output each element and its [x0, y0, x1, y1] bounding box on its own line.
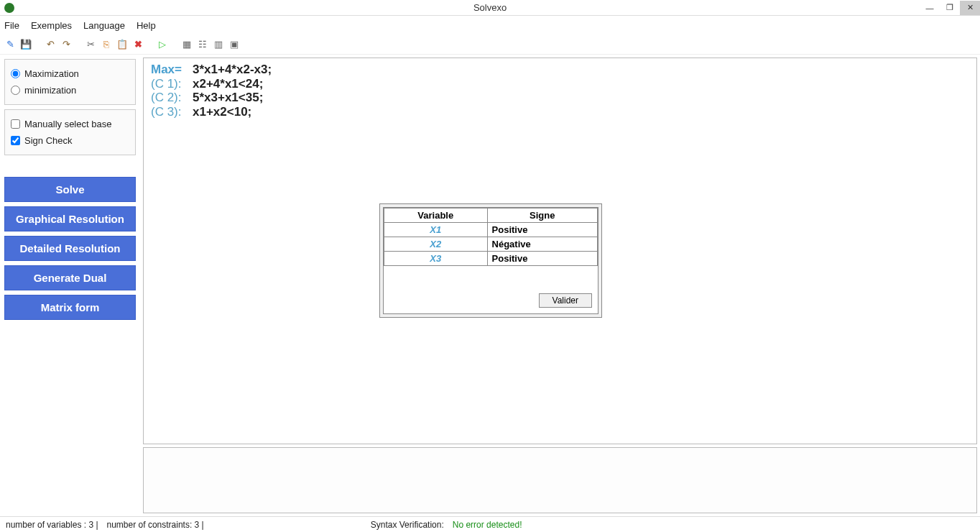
actions-panel: Solve Graphical Resolution Detailed Reso…	[4, 177, 136, 320]
tool4-icon[interactable]: ▣	[228, 39, 240, 50]
solve-button[interactable]: Solve	[4, 177, 136, 202]
table-row: X3 Positive	[384, 252, 598, 266]
status-cons: number of constraints: 3 |	[107, 520, 204, 530]
editor-line: (C 1): x2+4*x1<24;	[151, 77, 969, 91]
tool3-icon[interactable]: ▥	[213, 39, 224, 50]
sign-dialog-inner: Variable Signe X1 Positive X2 Négative X…	[383, 207, 598, 314]
radio-maximization[interactable]: Maximization	[9, 65, 131, 82]
graphical-resolution-button[interactable]: Graphical Resolution	[4, 206, 136, 231]
menu-exemples[interactable]: Exemples	[31, 20, 72, 31]
undo-icon[interactable]: ↶	[45, 39, 56, 50]
matrix-form-button[interactable]: Matrix form	[4, 295, 136, 320]
var-cell: X2	[384, 237, 488, 252]
status-vars: number of variables : 3 |	[6, 520, 98, 530]
detailed-resolution-button[interactable]: Detailed Resolution	[4, 236, 136, 261]
sign-cell[interactable]: Positive	[487, 252, 597, 266]
editor-label: Max=	[151, 63, 187, 77]
check-sign[interactable]: Sign Check	[9, 132, 131, 149]
radio-minimization[interactable]: minimization	[9, 82, 131, 98]
redo-icon[interactable]: ↷	[60, 39, 72, 50]
valider-button[interactable]: Valider	[539, 293, 592, 308]
run-icon[interactable]: ▷	[157, 39, 168, 50]
status-syntax-ok: No error detected!	[453, 520, 522, 530]
radio-maximization-label: Maximization	[24, 68, 79, 79]
menu-file[interactable]: File	[4, 20, 19, 31]
check-manual-base[interactable]: Manually select base	[9, 116, 131, 132]
optimization-panel: Maximization minimization	[4, 59, 136, 105]
log-panel[interactable]	[143, 447, 977, 513]
sign-cell[interactable]: Négative	[487, 237, 597, 252]
app-icon	[4, 3, 14, 13]
editor-label: (C 3):	[151, 105, 187, 119]
titlebar: Solvexo — ❐ ✕	[0, 0, 980, 16]
editor-expr: 5*x3+x1<35;	[193, 91, 263, 105]
check-sign-input[interactable]	[11, 136, 20, 145]
paste-icon[interactable]: 📋	[116, 39, 128, 50]
delete-icon[interactable]: ✖	[132, 39, 144, 50]
table-row: X1 Positive	[384, 223, 598, 237]
col-variable: Variable	[384, 208, 488, 223]
table-row: X2 Négative	[384, 237, 598, 252]
sign-table: Variable Signe X1 Positive X2 Négative X…	[384, 208, 598, 266]
col-sign: Signe	[487, 208, 597, 223]
editor-line: Max= 3*x1+4*x2-x3;	[151, 63, 969, 77]
save-icon[interactable]: 💾	[20, 39, 32, 50]
copy-icon[interactable]: ⎘	[101, 39, 112, 50]
sign-dialog: Variable Signe X1 Positive X2 Négative X…	[379, 203, 602, 318]
options-panel: Manually select base Sign Check	[4, 109, 136, 155]
tool1-icon[interactable]: ▦	[181, 39, 193, 50]
radio-minimization-label: minimization	[24, 85, 76, 96]
editor-line: (C 2): 5*x3+x1<35;	[151, 91, 969, 105]
sign-cell[interactable]: Positive	[487, 223, 597, 237]
close-button[interactable]: ✕	[960, 1, 980, 15]
status-syntax-label: Syntax Verification:	[371, 520, 444, 530]
check-sign-label: Sign Check	[24, 135, 72, 146]
toolbar: ✎ 💾 ↶ ↷ ✂ ⎘ 📋 ✖ ▷ ▦ ☷ ▥ ▣	[0, 35, 980, 55]
generate-dual-button[interactable]: Generate Dual	[4, 265, 136, 290]
var-cell: X3	[384, 252, 488, 266]
check-manual-base-input[interactable]	[11, 119, 20, 129]
var-cell: X1	[384, 223, 488, 237]
window-title: Solvexo	[473, 2, 507, 13]
statusbar: number of variables : 3 | number of cons…	[0, 516, 980, 532]
editor-expr: x1+x2<10;	[193, 105, 251, 119]
editor-label: (C 1):	[151, 77, 187, 91]
editor-expr: x2+4*x1<24;	[193, 77, 263, 91]
dialog-footer: Valider	[384, 266, 598, 313]
check-manual-base-label: Manually select base	[24, 119, 111, 129]
window-controls: — ❐ ✕	[920, 1, 980, 15]
sidebar: Maximization minimization Manually selec…	[0, 55, 140, 516]
cut-icon[interactable]: ✂	[85, 39, 96, 50]
menu-language[interactable]: Language	[83, 20, 125, 31]
menubar: File Exemples Language Help	[0, 16, 980, 35]
radio-maximization-input[interactable]	[11, 69, 20, 78]
radio-minimization-input[interactable]	[11, 86, 20, 95]
editor-label: (C 2):	[151, 91, 187, 105]
menu-help[interactable]: Help	[137, 20, 156, 31]
minimize-button[interactable]: —	[920, 1, 940, 15]
maximize-button[interactable]: ❐	[940, 1, 960, 15]
new-icon[interactable]: ✎	[4, 39, 16, 50]
editor-expr: 3*x1+4*x2-x3;	[193, 63, 272, 77]
tool2-icon[interactable]: ☷	[197, 39, 208, 50]
editor-line: (C 3): x1+x2<10;	[151, 105, 969, 119]
